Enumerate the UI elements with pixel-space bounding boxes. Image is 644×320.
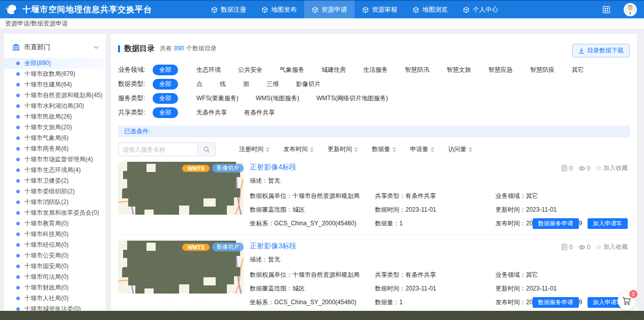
dataset-thumbnail[interactable]: WMTS 影像切片 — [118, 162, 244, 215]
nav-item[interactable]: 地图浏览 — [405, 1, 455, 19]
filter-option[interactable]: 点 — [196, 80, 202, 89]
filter-option[interactable]: 智慧防汛 — [405, 66, 429, 74]
search-button[interactable] — [197, 142, 216, 156]
nav-item[interactable]: 数据注册 — [203, 1, 254, 19]
bullet-icon — [16, 297, 20, 300]
sort-option[interactable]: 注册时间 — [239, 145, 270, 154]
breadcrumb: 资源申请/数据资源申请 — [5, 19, 68, 28]
sidebar-item[interactable]: 十堰市市场监督管理局(4) — [4, 154, 106, 165]
filter-option[interactable]: 无条件共享 — [196, 108, 227, 117]
filter-option[interactable]: WFS(要素服务) — [196, 94, 239, 103]
dataset-title-link[interactable]: 正射影像3标段 — [250, 242, 297, 251]
sidebar-title: 市直部门 — [24, 43, 50, 52]
filter-option[interactable]: 有条件共享 — [244, 108, 275, 117]
department-sidebar: 市直部门 全部(890) 十堰市政数局(679) 十堰市住建局(64) 十堰市自… — [4, 34, 106, 320]
filter-option[interactable]: 智慧文旅 — [447, 66, 471, 74]
data-service-apply-button[interactable]: 数据服务申请 — [533, 297, 579, 308]
bullet-icon — [16, 126, 20, 129]
sidebar-item[interactable]: 十堰市商务局(6) — [4, 143, 106, 154]
nav-item[interactable]: 个人中心 — [455, 1, 506, 19]
sidebar-item[interactable]: 十堰市文旅局(20) — [4, 122, 106, 133]
nav-item-label: 地图浏览 — [422, 6, 448, 14]
sort-option[interactable]: 申请量 — [410, 145, 434, 154]
sidebar-item[interactable]: 十堰市气象局(6) — [4, 133, 106, 143]
filter-option[interactable]: WMS(地图服务) — [256, 94, 299, 103]
sidebar-item[interactable]: 十堰市人社局(0) — [4, 293, 106, 304]
request-cart-button[interactable]: 0 — [618, 292, 635, 310]
filter-option[interactable]: 面 — [243, 80, 249, 89]
filter-selected-pill[interactable]: 全部 — [153, 65, 178, 75]
sort-option[interactable]: 更新时间 — [328, 145, 358, 154]
dataset-card: WMTS 影像切片 正射影像3标段 0 0 ☆ — [118, 235, 630, 314]
filter-selected-pill[interactable]: 全部 — [153, 107, 178, 118]
field-data-time: 数据时间：2023-11-01 — [375, 206, 495, 214]
filter-option[interactable]: 智慧应急 — [488, 66, 513, 74]
sidebar-item[interactable]: 十堰市消防队(2) — [4, 197, 106, 208]
filter-option[interactable]: 智慧防疫 — [530, 66, 554, 74]
filter-option[interactable]: 线 — [220, 80, 226, 89]
filter-option[interactable]: 影像切片 — [296, 80, 320, 89]
nav-item[interactable]: 资源申请 — [304, 1, 355, 19]
filter-option[interactable]: 公共安全 — [238, 66, 262, 74]
bullet-icon — [16, 265, 20, 268]
view-count: 0 — [578, 165, 591, 172]
sidebar-item[interactable]: 十堰市水利湖泊局(30) — [4, 101, 106, 111]
sort-option[interactable]: 发布时间 — [283, 145, 314, 154]
dataset-thumbnail[interactable]: WMTS 影像切片 — [118, 241, 244, 294]
field-data-time: 数据时间：2023-11-01 — [375, 284, 495, 293]
add-to-cart-button[interactable]: 加入申请车 — [588, 218, 628, 229]
bullet-icon — [16, 222, 20, 225]
sidebar-item[interactable]: 十堰市司法局(0) — [4, 272, 106, 282]
sidebar-item[interactable]: 十堰市卫健委(2) — [4, 176, 106, 186]
filter-option[interactable]: 生态环境 — [196, 66, 221, 74]
nav-item[interactable]: 地图发布 — [254, 1, 304, 19]
filter-option[interactable]: 城建住房 — [321, 66, 346, 74]
filter-label: 服务类型: — [118, 94, 153, 103]
sidebar-item[interactable]: 十堰市经信局(0) — [4, 240, 106, 250]
field-crs: 坐标系：GCS_China_SY_2000(45460) — [250, 298, 375, 307]
nav-item[interactable]: 资源审核 — [355, 1, 405, 19]
filter-selected-pill[interactable]: 全部 — [153, 93, 178, 104]
bullet-icon — [16, 243, 20, 247]
filter-option[interactable]: 三维 — [267, 80, 279, 89]
apply-count-icon — [561, 244, 568, 250]
sort-option[interactable]: 访问量 — [448, 145, 473, 154]
sidebar-item[interactable]: 十堰市公安局(0) — [4, 250, 106, 261]
field-owner: 数据权属单位：十堰市自然资源和规划局 — [250, 271, 375, 279]
sidebar-item[interactable]: 十堰市发展和改革委员会(0) — [4, 208, 106, 218]
sidebar-item-label: 十堰市政数局(679) — [24, 70, 75, 78]
sidebar-item[interactable]: 全部(890) — [4, 58, 106, 69]
apply-count-icon — [561, 165, 568, 171]
bullet-icon — [16, 136, 20, 140]
filter-option[interactable]: 气象服务 — [280, 66, 304, 74]
sidebar-item[interactable]: 十堰市生态环境局(4) — [4, 165, 106, 176]
sidebar-header[interactable]: 市直部门 — [4, 39, 106, 58]
favorite-button[interactable]: ☆ 加入收藏 — [596, 243, 628, 251]
sidebar-item[interactable]: 十堰市民政局(26) — [4, 111, 106, 122]
catalog-download-button[interactable]: 目录数据下载 — [572, 44, 630, 57]
dataset-title-link[interactable]: 正射影像4标段 — [250, 163, 297, 172]
sidebar-item[interactable]: 十堰市住建局(64) — [4, 79, 106, 90]
sort-arrows-icon — [430, 147, 434, 152]
page-title: 数据目录 — [124, 44, 155, 53]
sidebar-item[interactable]: 十堰市财政局(0) — [4, 282, 106, 293]
search-input[interactable] — [118, 142, 197, 156]
filter-selected-pill[interactable]: 全部 — [153, 79, 178, 90]
filter-row-datatype: 数据类型: 全部 点线面三维影像切片 — [118, 77, 630, 91]
sidebar-item[interactable]: 十堰市政数局(679) — [4, 69, 106, 79]
filter-option[interactable]: WMTS(网络切片地图服务) — [316, 94, 388, 103]
sidebar-item[interactable]: 十堰市教育局(0) — [4, 218, 106, 229]
filter-option[interactable]: 生活服务 — [363, 66, 388, 74]
chevron-down-icon — [94, 46, 99, 49]
favorite-button[interactable]: ☆ 加入收藏 — [596, 164, 628, 172]
sidebar-item[interactable]: 十堰市委组织部(2) — [4, 186, 106, 197]
user-avatar[interactable] — [624, 3, 637, 16]
sidebar-item[interactable]: 十堰市科技局(0) — [4, 229, 106, 240]
bullet-icon — [16, 254, 20, 257]
sort-option[interactable]: 数据量 — [372, 145, 396, 154]
filter-option[interactable]: 其它 — [572, 66, 584, 74]
data-service-apply-button[interactable]: 数据服务申请 — [533, 218, 579, 229]
apps-grid-icon[interactable] — [602, 6, 610, 14]
sidebar-item[interactable]: 十堰市国安局(0) — [4, 261, 106, 272]
sidebar-item[interactable]: 十堰市自然资源和规划局(45) — [4, 90, 106, 101]
